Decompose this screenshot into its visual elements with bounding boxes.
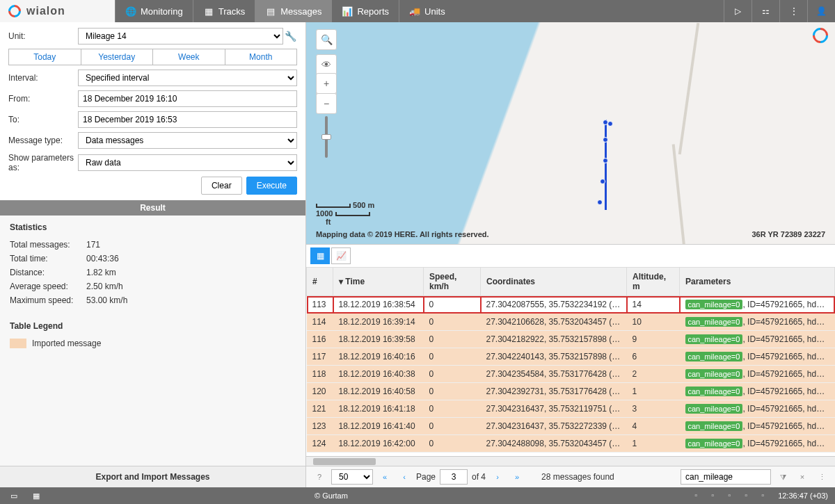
cell-parameters: can_mileage=0, ID=457921665, hdop= — [680, 296, 835, 314]
help-button[interactable]: ? — [312, 469, 327, 485]
param-badge: can_mileage=0 — [685, 439, 743, 448]
view-toggle: ▦ 📈 — [306, 245, 835, 267]
clear-button[interactable]: Clear — [201, 177, 242, 195]
first-icon: « — [383, 473, 387, 481]
messages-table-scroll[interactable]: # ▾ Time Speed, km/h Coordinates Altitud… — [306, 267, 835, 456]
filter-input[interactable] — [681, 469, 771, 485]
to-input[interactable] — [78, 111, 297, 128]
cell-parameters: can_mileage=0, ID=457921665, hdop= — [680, 314, 835, 331]
filter-button[interactable]: ⧩ — [775, 469, 790, 485]
minus-icon: − — [324, 98, 329, 109]
tool-ruler-button[interactable]: ▷ — [724, 0, 752, 22]
page-input[interactable] — [440, 469, 468, 485]
col-coordinates[interactable]: Coordinates — [481, 268, 627, 296]
cell-parameters: can_mileage=0, ID=457921665, hdop= — [680, 383, 835, 400]
table-row[interactable]: 11718.12.2019 16:40:16027.3042240143, 35… — [307, 348, 835, 366]
prev-page-button[interactable]: ‹ — [397, 469, 412, 485]
col-speed[interactable]: Speed, km/h — [424, 268, 481, 296]
to-label: To: — [8, 115, 78, 124]
nav-reports[interactable]: 📊Reports — [331, 0, 399, 22]
tool-user-button[interactable]: 👤 — [807, 0, 835, 22]
zoom-out-button[interactable]: − — [316, 93, 337, 114]
scrollbar-thumb[interactable] — [313, 458, 376, 465]
table-row[interactable]: 12318.12.2019 16:41:40027.3042316437, 35… — [307, 418, 835, 435]
legend-title: Table Legend — [10, 321, 296, 331]
col-index[interactable]: # — [307, 268, 333, 296]
execute-button[interactable]: Execute — [246, 177, 297, 195]
track-dot — [603, 137, 608, 143]
map-search-button[interactable]: 🔍 — [316, 29, 337, 50]
layout-single-button[interactable]: ▭ — [6, 489, 22, 503]
tool-apps-button[interactable]: ⚏ — [752, 0, 779, 22]
stat-row: Distance:1.82 km — [10, 266, 296, 279]
view-chart-button[interactable]: 📈 — [331, 247, 351, 264]
zoom-in-button[interactable]: + — [316, 73, 337, 94]
user-icon: 👤 — [816, 6, 827, 16]
table-options-button[interactable]: ⋮ — [814, 469, 829, 485]
settings-wrench-button[interactable]: 🔧 — [283, 31, 297, 42]
cell-speed: 0 — [424, 348, 481, 366]
table-row[interactable]: 11318.12.2019 16:38:54027.3042087555, 35… — [307, 296, 835, 314]
interval-select[interactable]: Specified interval — [78, 70, 297, 86]
cell-time: 18.12.2019 16:41:40 — [333, 418, 424, 435]
view-table-button[interactable]: ▦ — [310, 247, 330, 264]
search-icon: 🔍 — [321, 34, 333, 45]
col-altitude[interactable]: Altitude, m — [627, 268, 680, 296]
unit-label: Unit: — [8, 31, 78, 41]
zoom-slider[interactable] — [325, 116, 328, 158]
status-icon: ▫ — [761, 491, 774, 501]
right-panel: 🔍 👁 🗺 + − 500 m 1000 ft Mapping data © 2… — [306, 22, 835, 487]
cell-altitude: 4 — [627, 418, 680, 435]
nav-monitoring[interactable]: 🌐Monitoring — [115, 0, 193, 22]
table-row[interactable]: 11618.12.2019 16:39:58027.3042182922, 35… — [307, 331, 835, 348]
table-row[interactable]: 11818.12.2019 16:40:38027.3042354584, 35… — [307, 366, 835, 383]
unit-select[interactable]: Mileage 14 — [78, 28, 283, 44]
first-page-button[interactable]: « — [377, 469, 392, 485]
result-header: Result — [0, 200, 305, 216]
stat-label: Maximum speed: — [10, 295, 86, 305]
map-visibility-button[interactable]: 👁 — [316, 54, 337, 75]
cell-speed: 0 — [424, 418, 481, 435]
cell-time: 18.12.2019 16:40:38 — [333, 366, 424, 383]
map-attribution: Mapping data © 2019 HERE. All rights res… — [316, 230, 489, 238]
next-page-button[interactable]: › — [490, 469, 505, 485]
query-form: Unit: Mileage 14 🔧 Today Yesterday Week … — [0, 22, 305, 200]
legend-swatch — [10, 339, 26, 348]
quick-today[interactable]: Today — [8, 49, 81, 65]
cell-parameters: can_mileage=0, ID=457921665, hdop= — [680, 400, 835, 418]
tool-more-button[interactable]: ⋮ — [779, 0, 807, 22]
clear-filter-button[interactable]: × — [795, 469, 810, 485]
params-select[interactable]: Raw data — [78, 154, 297, 171]
stat-value: 53.00 km/h — [86, 295, 127, 305]
page-size-select[interactable]: 50 — [331, 469, 373, 485]
plus-icon: + — [324, 78, 329, 89]
logo: wialon — [0, 0, 115, 22]
layout-grid-button[interactable]: ▦ — [28, 489, 45, 503]
quick-yesterday[interactable]: Yesterday — [81, 49, 154, 65]
export-import-button[interactable]: Export and Import Messages — [0, 466, 305, 487]
col-time[interactable]: ▾ Time — [333, 268, 424, 296]
table-row[interactable]: 12418.12.2019 16:42:00027.3042488098, 35… — [307, 435, 835, 453]
nav-tracks[interactable]: ▦Tracks — [193, 0, 255, 22]
clock: 12:36:47 (+03) — [778, 491, 828, 500]
nav-units[interactable]: 🚚Units — [399, 0, 455, 22]
zoom-slider-handle[interactable] — [321, 134, 331, 140]
table-row[interactable]: 12118.12.2019 16:41:18027.3042316437, 35… — [307, 400, 835, 418]
quick-month[interactable]: Month — [225, 49, 298, 65]
grid-icon: ▦ — [33, 491, 40, 501]
nav-messages[interactable]: ▤Messages — [255, 0, 331, 22]
quick-week[interactable]: Week — [153, 49, 225, 65]
cell-index: 118 — [307, 366, 333, 383]
map[interactable]: 🔍 👁 🗺 + − 500 m 1000 ft Mapping data © 2… — [306, 22, 835, 245]
table-legend: Table Legend Imported message — [0, 314, 305, 357]
table-row[interactable]: 12018.12.2019 16:40:58027.3042392731, 35… — [307, 383, 835, 400]
horizontal-scrollbar[interactable] — [306, 456, 835, 466]
last-page-button[interactable]: » — [509, 469, 525, 485]
cell-altitude: 3 — [627, 400, 680, 418]
from-input[interactable] — [78, 90, 297, 107]
table-row[interactable]: 11418.12.2019 16:39:14027.3042106628, 35… — [307, 314, 835, 331]
cell-speed: 0 — [424, 400, 481, 418]
layout-icon: ▭ — [10, 491, 17, 501]
col-parameters[interactable]: Parameters — [680, 268, 835, 296]
msgtype-select[interactable]: Data messages — [78, 132, 297, 149]
